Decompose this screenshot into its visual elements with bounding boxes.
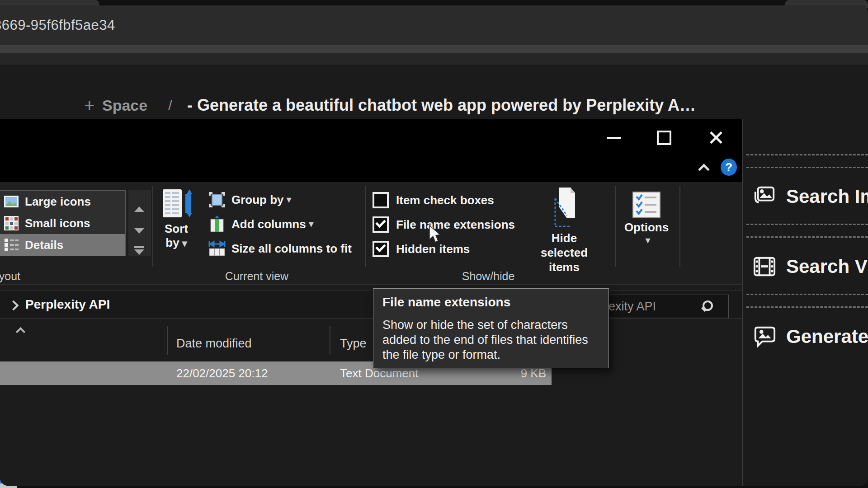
generate-image-icon — [753, 324, 776, 349]
view-ribbon: Large icons Small icons — [0, 182, 742, 285]
hide-selected-items-button[interactable]: Hide selected items — [533, 186, 596, 267]
close-button[interactable] — [705, 128, 727, 148]
group-by-icon — [208, 192, 226, 207]
search-images-button[interactable]: Search Images — [743, 183, 868, 210]
tooltip-title: File name extensions — [382, 295, 599, 310]
video-icon — [753, 255, 776, 278]
group-by-label: Group by — [231, 193, 284, 207]
column-header-date-modified[interactable]: Date modified — [176, 323, 252, 358]
group-separator — [679, 186, 680, 267]
file-explorer-window: Large icons Small icons — [0, 119, 742, 486]
view-option-label: Large icons — [25, 195, 91, 209]
options-button[interactable]: Options — [620, 186, 673, 267]
add-columns-label: Add columns — [231, 217, 306, 231]
perplexity-tools-panel: Search Images Search Vide — [743, 119, 868, 486]
dropdown-caret-icon — [642, 235, 650, 246]
checkbox-label: File name extensions — [396, 218, 515, 232]
size-columns-icon — [208, 240, 226, 257]
checkbox-checked-icon — [373, 216, 389, 233]
dashed-divider — [746, 167, 868, 168]
hidden-items-toggle[interactable]: Hidden items — [373, 241, 470, 257]
more-options-icon[interactable] — [134, 249, 144, 255]
checkbox-checked-icon — [373, 241, 389, 257]
size-all-columns-button[interactable]: Size all columns to fit — [208, 237, 352, 260]
layout-group-label: Layout — [0, 269, 45, 283]
check-icon — [375, 242, 386, 252]
group-separator — [152, 186, 153, 267]
tooltip-body: Show or hide the set of characters added… — [382, 318, 596, 362]
view-option-details[interactable]: Details — [0, 234, 125, 256]
sort-by-label: Sort — [158, 222, 194, 236]
column-header-row: Date modified Type — [0, 323, 742, 358]
explorer-titlebar[interactable] — [0, 119, 742, 182]
column-divider[interactable] — [167, 326, 168, 355]
add-columns-button[interactable]: Add columns — [208, 213, 314, 235]
size-all-columns-label: Size all columns to fit — [231, 242, 352, 256]
dashed-divider — [746, 224, 868, 225]
browser-window: 3669-95f6fbf5ae34 + Space / - Generate a… — [0, 5, 868, 486]
images-icon — [753, 184, 776, 209]
chevron-up-icon — [698, 164, 709, 175]
add-columns-icon — [208, 216, 226, 233]
maximize-button[interactable] — [654, 129, 675, 147]
scroll-up-icon[interactable] — [134, 206, 144, 212]
add-space-icon[interactable]: + — [84, 94, 94, 117]
help-button[interactable] — [721, 159, 737, 176]
dashed-divider — [746, 154, 868, 155]
generate-image-button[interactable]: Generate Image — [743, 323, 868, 350]
search-videos-label: Search Videos — [786, 256, 868, 277]
search-videos-button[interactable]: Search Videos — [743, 253, 868, 280]
address-path[interactable]: Perplexity API — [25, 291, 110, 318]
file-date-modified: 22/02/2025 20:12 — [176, 361, 268, 385]
large-icons-icon — [2, 195, 20, 208]
current-view-group-label: Current view — [189, 269, 325, 283]
scroll-down-icon[interactable] — [134, 228, 144, 234]
breadcrumb-separator: / — [168, 94, 172, 117]
minimize-button[interactable] — [602, 129, 626, 147]
toolbar-strip — [0, 45, 868, 53]
sort-ascending-icon — [16, 327, 25, 337]
layout-scroll-strip — [128, 190, 151, 256]
dropdown-caret-icon — [306, 218, 314, 230]
item-check-boxes-toggle[interactable]: Item check boxes — [373, 192, 494, 208]
group-by-button[interactable]: Group by — [208, 188, 292, 211]
url-text: 3669-95f6fbf5ae34 — [0, 5, 115, 45]
chevron-right-icon[interactable] — [9, 300, 19, 311]
small-icons-icon — [2, 216, 20, 230]
dashed-divider — [746, 294, 868, 295]
group-separator — [615, 186, 616, 267]
search-images-label: Search Images — [786, 186, 868, 207]
dropdown-caret-icon — [284, 194, 292, 206]
sort-by-button[interactable]: Sort by — [158, 187, 194, 263]
view-option-label: Small icons — [25, 216, 90, 230]
view-option-small-icons[interactable]: Small icons — [0, 212, 125, 234]
maximize-icon — [657, 131, 671, 145]
dropdown-caret-icon — [179, 236, 187, 250]
hide-selected-label: Hide selected — [533, 231, 596, 260]
dashed-divider — [746, 236, 868, 238]
collapse-ribbon-button[interactable] — [696, 161, 712, 174]
details-icon — [2, 238, 20, 252]
tooltip-file-name-extensions: File name extensions Show or hide the se… — [373, 288, 609, 368]
generate-image-label: Generate Image — [786, 326, 868, 347]
search-icon[interactable] — [703, 300, 713, 311]
thread-title[interactable]: - Generate a beautiful chatbot web app p… — [187, 94, 696, 117]
url-bar[interactable]: 3669-95f6fbf5ae34 — [0, 5, 868, 45]
view-option-label: Details — [25, 238, 63, 252]
check-icon — [375, 217, 386, 228]
column-header-type[interactable]: Type — [340, 323, 367, 358]
mouse-cursor — [429, 225, 442, 246]
dashed-divider — [746, 306, 868, 308]
view-option-large-icons[interactable]: Large icons — [0, 191, 125, 212]
options-icon — [632, 191, 661, 218]
column-divider[interactable] — [330, 326, 330, 355]
file-name-extensions-toggle[interactable]: File name extensions — [373, 216, 515, 233]
hide-selected-icon — [548, 186, 580, 229]
toolbar-strip-2 — [0, 53, 868, 65]
checkbox-label: Item check boxes — [396, 193, 494, 207]
breadcrumb-space[interactable]: Space — [102, 94, 147, 117]
layout-listbox: Large icons Small icons — [0, 190, 126, 256]
group-separator — [365, 186, 366, 267]
minimize-icon — [607, 137, 621, 139]
options-label: Options — [620, 220, 673, 235]
